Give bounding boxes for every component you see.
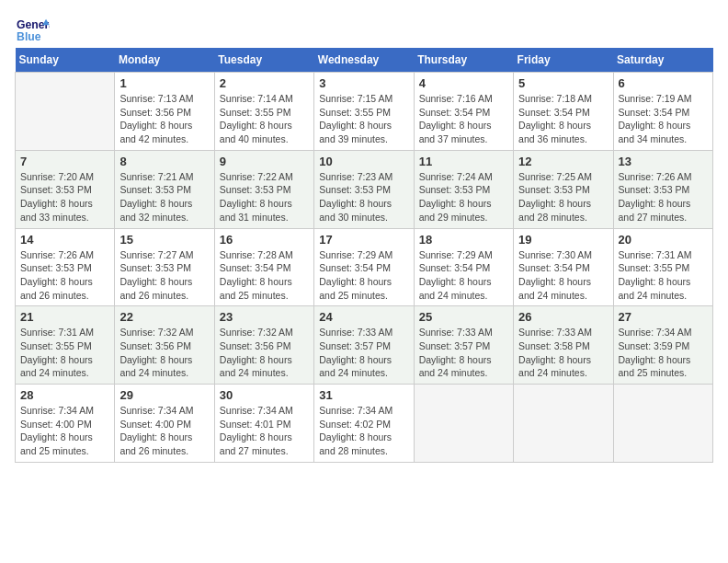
day-number: 15	[119, 233, 209, 247]
logo-icon: General Blue	[15, 15, 50, 44]
logo: General Blue	[15, 15, 51, 44]
day-info: Sunrise: 7:34 AM Sunset: 4:01 PM Dayligh…	[220, 404, 309, 458]
calendar-cell: 8Sunrise: 7:21 AM Sunset: 3:53 PM Daylig…	[115, 150, 214, 228]
calendar-cell: 29Sunrise: 7:34 AM Sunset: 4:00 PM Dayli…	[115, 385, 214, 463]
calendar-cell: 9Sunrise: 7:22 AM Sunset: 3:53 PM Daylig…	[214, 150, 313, 228]
day-info: Sunrise: 7:23 AM Sunset: 3:53 PM Dayligh…	[319, 170, 408, 224]
calendar-cell: 6Sunrise: 7:19 AM Sunset: 3:54 PM Daylig…	[613, 73, 712, 151]
calendar-cell: 19Sunrise: 7:30 AM Sunset: 3:54 PM Dayli…	[514, 228, 613, 306]
day-info: Sunrise: 7:32 AM Sunset: 3:56 PM Dayligh…	[220, 326, 309, 380]
day-info: Sunrise: 7:29 AM Sunset: 3:54 PM Dayligh…	[319, 248, 408, 303]
day-info: Sunrise: 7:20 AM Sunset: 3:53 PM Dayligh…	[20, 170, 109, 224]
dow-header-monday: Monday	[115, 48, 214, 73]
calendar-cell: 16Sunrise: 7:28 AM Sunset: 3:54 PM Dayli…	[214, 228, 313, 306]
day-number: 8	[119, 155, 209, 168]
calendar-cell: 23Sunrise: 7:32 AM Sunset: 3:56 PM Dayli…	[214, 306, 313, 385]
calendar-cell	[613, 385, 712, 463]
days-of-week-row: SundayMondayTuesdayWednesdayThursdayFrid…	[16, 48, 713, 73]
calendar-cell: 28Sunrise: 7:34 AM Sunset: 4:00 PM Dayli…	[16, 385, 115, 463]
day-number: 18	[419, 233, 508, 247]
day-number: 21	[20, 310, 109, 324]
day-info: Sunrise: 7:21 AM Sunset: 3:53 PM Dayligh…	[119, 170, 209, 224]
day-number: 20	[619, 233, 708, 247]
calendar-cell: 30Sunrise: 7:34 AM Sunset: 4:01 PM Dayli…	[214, 385, 313, 463]
calendar-cell: 14Sunrise: 7:26 AM Sunset: 3:53 PM Dayli…	[16, 228, 115, 306]
day-info: Sunrise: 7:28 AM Sunset: 3:54 PM Dayligh…	[220, 248, 309, 303]
dow-header-sunday: Sunday	[16, 48, 115, 73]
day-number: 2	[220, 76, 309, 90]
calendar-cell	[514, 385, 613, 463]
calendar-cell: 27Sunrise: 7:34 AM Sunset: 3:59 PM Dayli…	[613, 306, 712, 385]
calendar-cell: 31Sunrise: 7:34 AM Sunset: 4:02 PM Dayli…	[314, 385, 414, 463]
day-number: 1	[119, 76, 209, 90]
day-number: 24	[319, 310, 408, 324]
dow-header-tuesday: Tuesday	[214, 48, 313, 73]
calendar-cell: 26Sunrise: 7:33 AM Sunset: 3:58 PM Dayli…	[514, 306, 613, 385]
calendar-cell: 3Sunrise: 7:15 AM Sunset: 3:55 PM Daylig…	[314, 73, 414, 151]
calendar-cell: 20Sunrise: 7:31 AM Sunset: 3:55 PM Dayli…	[613, 228, 712, 306]
calendar-cell: 2Sunrise: 7:14 AM Sunset: 3:55 PM Daylig…	[214, 73, 313, 151]
calendar-cell: 15Sunrise: 7:27 AM Sunset: 3:53 PM Dayli…	[115, 228, 214, 306]
day-info: Sunrise: 7:33 AM Sunset: 3:57 PM Dayligh…	[319, 326, 408, 380]
day-info: Sunrise: 7:13 AM Sunset: 3:56 PM Dayligh…	[119, 92, 209, 146]
day-info: Sunrise: 7:15 AM Sunset: 3:55 PM Dayligh…	[319, 92, 408, 146]
calendar-cell: 22Sunrise: 7:32 AM Sunset: 3:56 PM Dayli…	[115, 306, 214, 385]
dow-header-friday: Friday	[514, 48, 613, 73]
day-number: 12	[518, 155, 608, 168]
day-info: Sunrise: 7:33 AM Sunset: 3:57 PM Dayligh…	[419, 326, 508, 380]
day-number: 26	[518, 310, 608, 324]
calendar-cell: 18Sunrise: 7:29 AM Sunset: 3:54 PM Dayli…	[414, 228, 513, 306]
day-info: Sunrise: 7:33 AM Sunset: 3:58 PM Dayligh…	[518, 326, 608, 380]
calendar-cell: 4Sunrise: 7:16 AM Sunset: 3:54 PM Daylig…	[414, 73, 513, 151]
day-number: 25	[419, 310, 508, 324]
calendar-table: SundayMondayTuesdayWednesdayThursdayFrid…	[15, 48, 713, 463]
dow-header-wednesday: Wednesday	[314, 48, 414, 73]
day-number: 7	[20, 155, 109, 168]
day-info: Sunrise: 7:31 AM Sunset: 3:55 PM Dayligh…	[20, 326, 109, 380]
day-info: Sunrise: 7:27 AM Sunset: 3:53 PM Dayligh…	[119, 248, 209, 303]
day-number: 9	[220, 155, 309, 168]
calendar-cell: 24Sunrise: 7:33 AM Sunset: 3:57 PM Dayli…	[314, 306, 414, 385]
day-number: 31	[319, 388, 408, 402]
svg-text:Blue: Blue	[17, 30, 41, 43]
dow-header-thursday: Thursday	[414, 48, 513, 73]
day-number: 23	[220, 310, 309, 324]
day-info: Sunrise: 7:34 AM Sunset: 4:02 PM Dayligh…	[319, 404, 408, 458]
calendar-cell: 21Sunrise: 7:31 AM Sunset: 3:55 PM Dayli…	[16, 306, 115, 385]
day-number: 16	[220, 233, 309, 247]
day-number: 30	[220, 388, 309, 402]
calendar-cell: 10Sunrise: 7:23 AM Sunset: 3:53 PM Dayli…	[314, 150, 414, 228]
calendar-week-1: 1Sunrise: 7:13 AM Sunset: 3:56 PM Daylig…	[16, 73, 713, 151]
day-number: 19	[518, 233, 608, 247]
day-number: 5	[518, 76, 608, 90]
day-info: Sunrise: 7:31 AM Sunset: 3:55 PM Dayligh…	[619, 248, 708, 303]
day-number: 27	[619, 310, 708, 324]
calendar-week-3: 14Sunrise: 7:26 AM Sunset: 3:53 PM Dayli…	[16, 228, 713, 306]
day-info: Sunrise: 7:24 AM Sunset: 3:53 PM Dayligh…	[419, 170, 508, 224]
calendar-cell: 1Sunrise: 7:13 AM Sunset: 3:56 PM Daylig…	[115, 73, 214, 151]
calendar-week-2: 7Sunrise: 7:20 AM Sunset: 3:53 PM Daylig…	[16, 150, 713, 228]
page-header: General Blue	[15, 15, 713, 44]
day-number: 4	[419, 76, 508, 90]
day-info: Sunrise: 7:34 AM Sunset: 3:59 PM Dayligh…	[619, 326, 708, 380]
day-number: 11	[419, 155, 508, 168]
day-number: 29	[119, 388, 209, 402]
calendar-week-5: 28Sunrise: 7:34 AM Sunset: 4:00 PM Dayli…	[16, 385, 713, 463]
calendar-cell: 12Sunrise: 7:25 AM Sunset: 3:53 PM Dayli…	[514, 150, 613, 228]
day-info: Sunrise: 7:34 AM Sunset: 4:00 PM Dayligh…	[20, 404, 109, 458]
calendar-cell: 13Sunrise: 7:26 AM Sunset: 3:53 PM Dayli…	[613, 150, 712, 228]
calendar-cell: 25Sunrise: 7:33 AM Sunset: 3:57 PM Dayli…	[414, 306, 513, 385]
day-number: 22	[119, 310, 209, 324]
calendar-body: 1Sunrise: 7:13 AM Sunset: 3:56 PM Daylig…	[16, 73, 713, 463]
day-number: 3	[319, 76, 408, 90]
day-info: Sunrise: 7:29 AM Sunset: 3:54 PM Dayligh…	[419, 248, 508, 303]
day-info: Sunrise: 7:34 AM Sunset: 4:00 PM Dayligh…	[119, 404, 209, 458]
calendar-week-4: 21Sunrise: 7:31 AM Sunset: 3:55 PM Dayli…	[16, 306, 713, 385]
calendar-cell: 7Sunrise: 7:20 AM Sunset: 3:53 PM Daylig…	[16, 150, 115, 228]
day-info: Sunrise: 7:16 AM Sunset: 3:54 PM Dayligh…	[419, 92, 508, 146]
day-number: 6	[619, 76, 708, 90]
day-info: Sunrise: 7:30 AM Sunset: 3:54 PM Dayligh…	[518, 248, 608, 303]
dow-header-saturday: Saturday	[613, 48, 712, 73]
day-info: Sunrise: 7:26 AM Sunset: 3:53 PM Dayligh…	[619, 170, 708, 224]
day-number: 14	[20, 233, 109, 247]
